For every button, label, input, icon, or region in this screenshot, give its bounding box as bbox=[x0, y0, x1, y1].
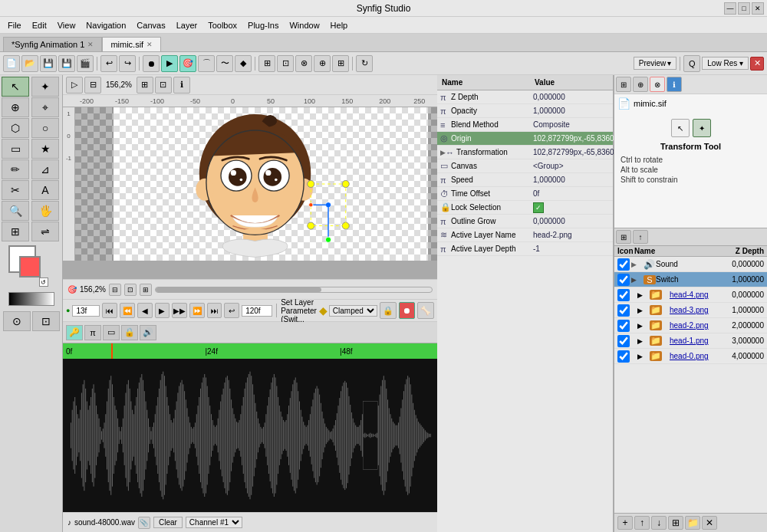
menu-file[interactable]: File bbox=[3, 19, 26, 31]
open-button[interactable]: 📂 bbox=[21, 55, 38, 72]
tool-select[interactable]: ↖ bbox=[2, 77, 29, 97]
waypoint-button[interactable]: ◆ bbox=[235, 55, 252, 72]
stop-button[interactable]: ✕ bbox=[750, 57, 764, 71]
tab-animation1[interactable]: *Synfig Animation 1 ✕ bbox=[3, 37, 102, 51]
transform-select-btn[interactable]: ↖ bbox=[671, 119, 690, 137]
menu-layer[interactable]: Layer bbox=[172, 19, 202, 31]
clear-button[interactable]: Clear bbox=[153, 517, 183, 528]
save-as-button[interactable]: 💾 bbox=[58, 55, 75, 72]
new-button[interactable]: 📄 bbox=[3, 55, 20, 72]
menu-help[interactable]: Help bbox=[326, 19, 353, 31]
tool-fill[interactable]: ⊞ bbox=[2, 222, 29, 241]
canvas-scrollbar-h[interactable] bbox=[155, 287, 433, 293]
snap-toggle[interactable]: ⊡ bbox=[277, 55, 294, 72]
clamped-select[interactable]: Clamped bbox=[329, 305, 377, 317]
preview-dropdown-icon[interactable]: ▾ bbox=[667, 59, 671, 67]
tool-rect[interactable]: ▭ bbox=[2, 139, 29, 159]
play-btn[interactable]: ▶ bbox=[155, 303, 170, 318]
step-forward-btn[interactable]: ⏩ bbox=[189, 303, 205, 318]
tangent-button[interactable]: 〜 bbox=[216, 55, 233, 72]
record-button[interactable]: ⏺ bbox=[143, 55, 160, 72]
bg-color[interactable] bbox=[19, 256, 41, 277]
layer-head3-check[interactable] bbox=[617, 304, 630, 317]
fit-btn[interactable]: ⊡ bbox=[155, 77, 172, 94]
locksel-checkbox[interactable]: ✓ bbox=[533, 202, 544, 213]
layer-head2-expand[interactable]: ▶ bbox=[637, 322, 650, 330]
close-button[interactable]: ✕ bbox=[752, 2, 764, 15]
bone-button[interactable]: ⊕ bbox=[314, 55, 331, 72]
canvas-expand-btn[interactable]: ▷ bbox=[66, 77, 83, 94]
menu-edit[interactable]: Edit bbox=[28, 19, 51, 31]
step-back-btn[interactable]: ⏪ bbox=[120, 303, 135, 318]
rt-btn-info[interactable]: ℹ bbox=[667, 77, 682, 92]
grid-toggle[interactable]: ⊞ bbox=[258, 55, 275, 72]
quality-button[interactable]: Q bbox=[683, 55, 700, 72]
rt-btn-1[interactable]: ⊞ bbox=[616, 77, 631, 92]
tab-mimic[interactable]: mimic.sif ✕ bbox=[102, 37, 161, 51]
current-frame-input[interactable] bbox=[72, 305, 100, 317]
tl-tab-lock[interactable]: 🔒 bbox=[121, 325, 138, 340]
layer-row-head0[interactable]: ▶ 📁 head-0.png 4,000000 bbox=[614, 349, 767, 364]
tool-zoom[interactable]: 🔍 bbox=[2, 201, 29, 221]
tab-mimic-close[interactable]: ✕ bbox=[146, 41, 153, 48]
layer-dup-btn[interactable]: ⊞ bbox=[668, 516, 683, 530]
tool-transform[interactable]: ⊕ bbox=[2, 97, 29, 117]
tool-outline[interactable]: ⊙ bbox=[3, 311, 31, 331]
render-button[interactable]: 🎬 bbox=[77, 55, 94, 72]
menu-plugins[interactable]: Plug-Ins bbox=[243, 19, 283, 31]
window-controls[interactable]: — □ ✕ bbox=[724, 2, 767, 15]
tool-param[interactable]: ⊡ bbox=[32, 311, 60, 331]
bone-anim-btn[interactable]: 🦴 bbox=[417, 302, 434, 319]
layer-head2-check[interactable] bbox=[617, 320, 630, 332]
layer-tb-1[interactable]: ⊞ bbox=[616, 230, 631, 244]
sound-file-btn[interactable]: 📎 bbox=[138, 517, 150, 529]
play-button[interactable]: ▶ bbox=[161, 55, 178, 72]
tool-text[interactable]: A bbox=[31, 180, 59, 200]
anim-mode-btn[interactable]: 🔒 bbox=[380, 302, 397, 319]
onion-toggle[interactable]: ⊗ bbox=[295, 55, 312, 72]
tl-tab-canvas[interactable]: ▭ bbox=[103, 325, 120, 340]
param-row-opacity[interactable]: π Opacity 1,000000 bbox=[437, 104, 613, 118]
layer-head4-check[interactable] bbox=[617, 289, 630, 301]
save-button[interactable]: 💾 bbox=[40, 55, 57, 72]
zoom-canvas-btn[interactable]: ⊞ bbox=[140, 284, 152, 296]
zoom-out-btn[interactable]: ⊟ bbox=[84, 77, 101, 94]
canvas-viewport[interactable]: 10-1 bbox=[63, 107, 437, 261]
tool-feather[interactable]: ⊿ bbox=[31, 159, 59, 179]
param-row-transform[interactable]: ▶ ↔ Transformation 102,872799px,-65,8360… bbox=[437, 146, 613, 159]
layer-del-btn[interactable]: ✕ bbox=[702, 516, 717, 530]
tl-tab-keyframes[interactable]: 🔑 bbox=[66, 325, 83, 340]
layer-head1-check[interactable] bbox=[617, 335, 630, 347]
layer-head0-check[interactable] bbox=[617, 350, 630, 363]
end-frame-input[interactable] bbox=[242, 305, 272, 317]
transform-move-btn[interactable]: ✦ bbox=[693, 119, 711, 137]
layer-row-sound[interactable]: ▶ 🔊 Sound 0,000000 bbox=[614, 257, 767, 272]
tool-mirror[interactable]: ⇌ bbox=[31, 222, 59, 241]
param-row-activedepth[interactable]: π Active Layer Depth -1 bbox=[437, 242, 613, 256]
next-frame-btn[interactable]: ▶▶ bbox=[172, 303, 187, 318]
layer-switch-check[interactable] bbox=[617, 274, 630, 286]
maximize-button[interactable]: □ bbox=[738, 2, 750, 15]
menu-navigation[interactable]: Navigation bbox=[81, 19, 130, 31]
jump-end-btn[interactable]: ⏭ bbox=[207, 303, 222, 318]
param-row-canvas[interactable]: ▭ Canvas <Group> bbox=[437, 159, 613, 173]
reset-colors[interactable]: ↺ bbox=[39, 277, 48, 287]
layer-up-btn[interactable]: ↑ bbox=[634, 516, 650, 530]
jump-start-btn[interactable]: ⏮ bbox=[102, 303, 117, 318]
record-anim-btn[interactable]: ⏺ bbox=[399, 302, 416, 319]
param-row-activelayer[interactable]: ≋ Active Layer Name head-2.png bbox=[437, 228, 613, 242]
duplicate-button[interactable]: ⊞ bbox=[332, 55, 349, 72]
tool-scale[interactable]: ⌖ bbox=[31, 97, 59, 117]
zoom-fit-btn[interactable]: ⊟ bbox=[109, 284, 121, 296]
layer-head3-expand[interactable]: ▶ bbox=[637, 307, 650, 314]
tool-draw[interactable]: ✏ bbox=[2, 159, 29, 179]
param-row-zdepth[interactable]: π Z Depth 0,000000 bbox=[437, 90, 613, 104]
zoom-in-btn[interactable]: ⊞ bbox=[137, 77, 153, 94]
tab-animation1-close[interactable]: ✕ bbox=[87, 41, 94, 48]
channel-select[interactable]: Channel #1 bbox=[186, 517, 242, 528]
redo-button[interactable]: ↪ bbox=[119, 55, 136, 72]
lowres-button[interactable]: Low Res ▾ bbox=[702, 57, 749, 70]
layer-row-head3[interactable]: ▶ 📁 head-3.png 1,000000 bbox=[614, 303, 767, 318]
zoom-actual-btn[interactable]: ⊡ bbox=[124, 284, 137, 296]
param-row-speed[interactable]: π Speed 1,000000 bbox=[437, 173, 613, 187]
